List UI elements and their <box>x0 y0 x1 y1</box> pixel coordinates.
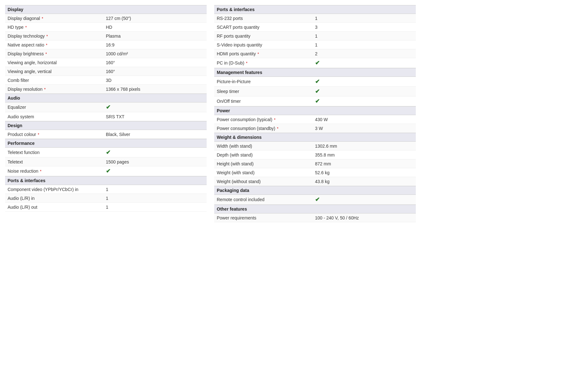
spec-row: SCART ports quantity3 <box>214 23 416 32</box>
spec-label: Width (with stand) <box>217 144 315 149</box>
spec-value: 430 W <box>315 117 413 122</box>
spec-value: ✔ <box>315 88 413 95</box>
spec-row: Weight (with stand)52.6 kg <box>214 168 416 177</box>
spec-value: HD <box>106 25 204 30</box>
section-header-audio: Audio <box>5 94 207 102</box>
spec-label: Display technology * <box>8 34 106 39</box>
spec-row: Audio (L/R) out1 <box>5 203 207 212</box>
spec-value: 1 <box>315 16 413 21</box>
required-star: * <box>276 126 278 131</box>
spec-row: On/Off timer✔ <box>214 96 416 106</box>
spec-row: Comb filter3D <box>5 76 207 85</box>
spec-value: 2 <box>315 51 413 56</box>
spec-row: S-Video inputs quantity1 <box>214 40 416 49</box>
spec-row: Product colour *Black, Silver <box>5 130 207 139</box>
spec-label: On/Off timer <box>217 99 315 104</box>
spec-label: Audio (L/R) in <box>8 196 106 201</box>
section-header-design: Design <box>5 121 207 130</box>
section-header-management-features: Management features <box>214 68 416 77</box>
spec-label: Viewing angle, vertical <box>8 69 106 74</box>
spec-label: HD type * <box>8 25 106 30</box>
spec-row: Viewing angle, vertical160° <box>5 67 207 76</box>
spec-row: Power consumption (typical) *430 W <box>214 115 416 124</box>
spec-row: Sleep timer✔ <box>214 87 416 96</box>
spec-value: 1 <box>315 42 413 47</box>
spec-value: 1 <box>106 187 204 192</box>
spec-row: Display resolution *1366 x 768 pixels <box>5 85 207 94</box>
spec-value: 1 <box>106 205 204 210</box>
spec-label: Depth (with stand) <box>217 152 315 157</box>
spec-value: 1366 x 768 pixels <box>106 87 204 92</box>
spec-row: Display brightness *1000 cd/m² <box>5 49 207 58</box>
spec-value: ✔ <box>315 98 413 105</box>
spec-row: Width (with stand)1302.6 mm <box>214 142 416 151</box>
spec-row: Picture-in-Picture✔ <box>214 77 416 87</box>
spec-row: Equalizer✔ <box>5 102 207 112</box>
spec-value: 3D <box>106 78 204 83</box>
spec-label: Weight (without stand) <box>217 179 315 184</box>
spec-label: Weight (with stand) <box>217 170 315 175</box>
spec-label: Power consumption (typical) * <box>217 117 315 122</box>
spec-row: Teletext1500 pages <box>5 157 207 166</box>
spec-value: 160° <box>106 69 204 74</box>
spec-value: 16:9 <box>106 42 204 47</box>
spec-row: Teletext function✔ <box>5 148 207 157</box>
section-header-weight---dimensions: Weight & dimensions <box>214 133 416 142</box>
required-star: * <box>37 132 39 137</box>
spec-label: Audio (L/R) out <box>8 205 106 210</box>
spec-value: ✔ <box>106 149 204 156</box>
spec-value: 1000 cd/m² <box>106 51 204 56</box>
section-header-display: Display <box>5 5 207 14</box>
spec-value: 1302.6 mm <box>315 144 413 149</box>
column-left: DisplayDisplay diagonal *127 cm (50")HD … <box>5 5 207 222</box>
spec-row: Native aspect ratio *16:9 <box>5 40 207 49</box>
spec-row: Depth (with stand)355.8 mm <box>214 151 416 159</box>
spec-label: Component video (YPbPr/YCbCr) in <box>8 187 106 192</box>
spec-value: ✔ <box>315 59 413 66</box>
spec-label: Product colour * <box>8 132 106 137</box>
spec-value: 1500 pages <box>106 159 204 164</box>
required-star: * <box>24 25 27 30</box>
spec-row: Weight (without stand)43.8 kg <box>214 177 416 186</box>
required-star: * <box>45 43 47 47</box>
spec-row: Power consumption (standby) *3 W <box>214 124 416 133</box>
spec-label: PC in (D-Sub) * <box>217 60 315 65</box>
spec-value: Plasma <box>106 34 204 39</box>
spec-label: S-Video inputs quantity <box>217 42 315 47</box>
section-header-packaging-data: Packaging data <box>214 186 416 195</box>
spec-value: 160° <box>106 60 204 65</box>
spec-row: Power requirements100 - 240 V, 50 / 60Hz <box>214 213 416 222</box>
section-header-power: Power <box>214 106 416 115</box>
spec-row: HDMI ports quantity *2 <box>214 49 416 58</box>
spec-value: ✔ <box>315 78 413 85</box>
spec-label: Power requirements <box>217 215 315 220</box>
spec-row: HD type *HD <box>5 23 207 32</box>
spec-row: RF ports quantity1 <box>214 32 416 40</box>
spec-label: Teletext function <box>8 150 106 155</box>
spec-label: Native aspect ratio * <box>8 42 106 47</box>
spec-label: Comb filter <box>8 78 106 83</box>
spec-label: RS-232 ports <box>217 16 315 21</box>
spec-value: 1 <box>315 34 413 39</box>
spec-value: 872 mm <box>315 161 413 166</box>
spec-label: RF ports quantity <box>217 34 315 39</box>
section-header-ports---interfaces: Ports & interfaces <box>5 176 207 185</box>
spec-value: 52.6 kg <box>315 170 413 175</box>
spec-label: Sleep timer <box>217 89 315 94</box>
spec-value: 127 cm (50") <box>106 16 204 21</box>
spec-value: 1 <box>106 196 204 201</box>
required-star: * <box>257 52 259 56</box>
spec-row: PC in (D-Sub) *✔ <box>214 58 416 68</box>
spec-label: Remote control included <box>217 197 315 202</box>
spec-value: 100 - 240 V, 50 / 60Hz <box>315 215 413 220</box>
spec-label: Audio system <box>8 114 106 119</box>
spec-label: Noise reduction * <box>8 169 106 174</box>
spec-row: Display diagonal *127 cm (50") <box>5 14 207 23</box>
required-star: * <box>43 87 46 92</box>
spec-value: ✔ <box>106 104 204 111</box>
spec-row: Viewing angle, horizontal160° <box>5 58 207 67</box>
spec-row: Remote control included✔ <box>214 195 416 205</box>
spec-row: RS-232 ports1 <box>214 14 416 23</box>
spec-row: Noise reduction *✔ <box>5 166 207 176</box>
spec-label: SCART ports quantity <box>217 25 315 30</box>
